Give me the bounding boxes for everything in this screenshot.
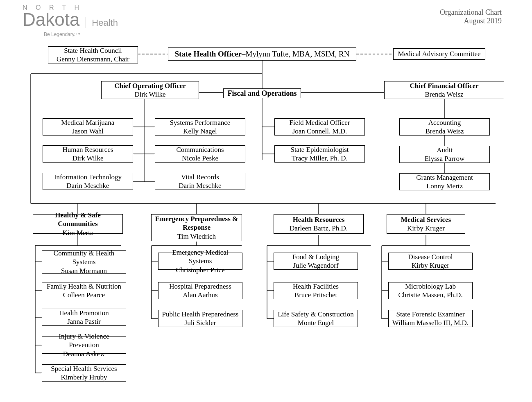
node-family-health-nutrition: Family Health & Nutrition Colleen Pearce [42, 282, 126, 299]
chart-date: August 2019 [440, 17, 502, 25]
node-information-technology: Information Technology Darin Meschke [43, 173, 133, 190]
node-title: Communications [176, 145, 224, 154]
node-healthy-safe-communities: Healthy & Safe Communities Kim Mertz [33, 214, 123, 234]
node-title: Health Resources [293, 215, 345, 224]
node-state-epidemiologist: State Epidemiologist Tracy Miller, Ph. D… [274, 145, 365, 163]
node-person: Tracy Miller, Ph. D. [292, 154, 348, 163]
node-title: Chief Operating Officer [114, 81, 186, 90]
node-title: Public Health Preparedness [162, 310, 239, 318]
node-audit: Audit Elyssa Parrow [399, 146, 490, 163]
node-title: Health Facilities [293, 282, 339, 291]
node-title: Emergency Medical Systems [160, 248, 240, 266]
sho-title: State Health Officer [175, 50, 242, 58]
node-title: Medical Advisory Committee [398, 50, 480, 58]
node-coo: Chief Operating Officer Dirk Wilke [101, 81, 199, 99]
node-title: Medical Services [401, 215, 451, 224]
node-emergency-preparedness-response: Emergency Preparedness & Response Tim Wi… [151, 214, 242, 241]
node-person: Jason Wahl [72, 127, 104, 136]
node-special-health-services: Special Health Services Kimberly Hruby [42, 364, 126, 382]
header-meta: Organizational Chart August 2019 [440, 8, 502, 25]
node-hospital-preparedness: Hospital Preparedness Alan Aarhus [158, 282, 242, 299]
node-person: Darin Meschke [179, 181, 221, 190]
node-person: Colleen Pearce [63, 291, 105, 299]
node-person: Monte Engel [298, 318, 334, 327]
node-title: Field Medical Officer [290, 118, 350, 127]
node-text: State Health Officer–Mylynn Tufte, MBA, … [175, 49, 350, 59]
node-medical-marijuana: Medical Marijuana Jason Wahl [43, 118, 133, 136]
node-title: Medical Marijuana [61, 118, 115, 127]
node-grants-management: Grants Management Lonny Mertz [399, 173, 490, 190]
node-person: Christie Massen, Ph.D. [398, 291, 462, 299]
node-communications: Communications Nicole Peske [155, 145, 245, 163]
node-person: Kirby Kruger [412, 261, 449, 270]
node-title: Community & Health Systems [44, 249, 124, 266]
node-title: Systems Performance [170, 118, 231, 127]
node-person: Juli Sickler [185, 318, 216, 327]
node-systems-performance: Systems Performance Kelly Nagel [155, 118, 245, 136]
node-title: Audit [437, 146, 453, 154]
node-life-safety-construction: Life Safety & Construction Monte Engel [274, 310, 358, 327]
node-title: Injury & Violence Prevention [44, 332, 124, 350]
logo-divider [86, 17, 86, 28]
node-medical-advisory-committee: Medical Advisory Committee [393, 48, 485, 60]
node-person: Tim Wiedrich [177, 232, 216, 241]
node-person: Kirby Kruger [407, 224, 445, 233]
node-person: Lonny Mertz [426, 182, 463, 190]
node-cfo: Chief Financial Officer Brenda Weisz [384, 81, 504, 99]
logo-tagline: Be Legendary.™ [44, 32, 118, 37]
node-health-promotion: Health Promotion Janna Pastir [42, 309, 126, 326]
sho-rest: –Mylynn Tufte, MBA, MSIM, RN [242, 50, 349, 58]
node-person: Brenda Weisz [425, 90, 463, 99]
node-title: Healthy & Safe Communities [35, 211, 121, 228]
node-person: Brenda Weisz [425, 127, 464, 136]
node-person: Dirk Wilke [72, 154, 104, 163]
node-title: Health Promotion [59, 309, 109, 317]
node-title: Life Safety & Construction [278, 310, 354, 318]
node-public-health-preparedness: Public Health Preparedness Juli Sickler [158, 310, 242, 327]
node-title: Information Technology [54, 173, 122, 181]
node-person: Alan Aarhus [183, 291, 217, 299]
node-title: Accounting [428, 118, 461, 127]
node-injury-violence-prevention: Injury & Violence Prevention Deanna Aske… [42, 337, 126, 354]
node-person: Genny Dienstmann, Chair [57, 55, 129, 63]
node-title: Microbiology Lab [405, 282, 456, 291]
node-person: Janna Pastir [67, 317, 101, 326]
node-person: Joan Connell, M.D. [292, 127, 347, 136]
node-community-health-systems: Community & Health Systems Susan Mormann [42, 250, 126, 274]
node-title: Human Resources [62, 145, 113, 154]
logo-health: Health [92, 18, 118, 28]
node-medical-services: Medical Services Kirby Kruger [387, 214, 465, 234]
node-title: Vital Records [181, 173, 219, 181]
node-vital-records: Vital Records Darin Meschke [155, 173, 245, 190]
node-field-medical-officer: Field Medical Officer Joan Connell, M.D. [274, 118, 365, 136]
node-title: Emergency Preparedness & Response [153, 215, 240, 232]
node-person: Dirk Wilke [135, 90, 166, 99]
node-title: Fiscal and Operations [227, 89, 297, 98]
node-state-health-council: State Health Council Genny Dienstmann, C… [48, 46, 138, 63]
node-title: Food & Lodging [292, 253, 339, 261]
node-health-resources: Health Resources Darleen Bartz, Ph.D. [274, 214, 364, 234]
node-person: Darleen Bartz, Ph.D. [290, 224, 348, 233]
node-microbiology-lab: Microbiology Lab Christie Massen, Ph.D. [388, 282, 473, 299]
node-person: Julie Wagendorf [293, 261, 338, 270]
node-title: State Forensic Examiner [396, 310, 464, 318]
node-person: Kelly Nagel [183, 127, 217, 136]
node-state-forensic-examiner: State Forensic Examiner William Massello… [388, 310, 473, 327]
node-emergency-medical-systems: Emergency Medical Systems Christopher Pr… [158, 253, 242, 270]
logo-dakota: Dakota [23, 9, 79, 29]
node-person: Susan Mormann [61, 266, 107, 275]
chart-title: Organizational Chart [440, 8, 502, 17]
node-title: Disease Control [408, 253, 453, 261]
node-person: Elyssa Parrow [425, 154, 465, 163]
node-person: Kimberly Hruby [61, 373, 107, 382]
node-accounting: Accounting Brenda Weisz [399, 118, 490, 136]
node-fiscal-operations: Fiscal and Operations [223, 88, 301, 98]
logo: N O R T H Dakota Health Be Legendary.™ [23, 4, 118, 37]
node-title: Chief Financial Officer [410, 81, 478, 90]
node-title: Grants Management [416, 173, 473, 182]
node-person: William Massello III, M.D. [392, 318, 469, 327]
node-person: Christopher Price [176, 266, 224, 274]
node-human-resources: Human Resources Dirk Wilke [43, 145, 133, 163]
node-disease-control: Disease Control Kirby Kruger [388, 253, 473, 270]
node-person: Kim Mertz [62, 228, 93, 237]
